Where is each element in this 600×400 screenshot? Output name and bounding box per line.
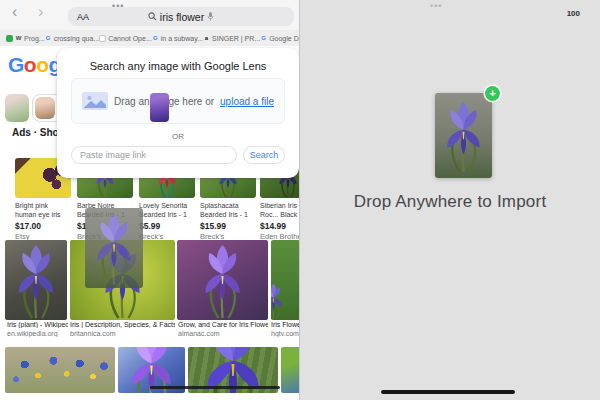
bookmark-favicon: W	[15, 35, 22, 42]
bookmark-item[interactable]: GGoogle Docs...	[260, 35, 300, 42]
home-indicator[interactable]	[150, 386, 280, 389]
product-price: $17.00	[15, 221, 71, 231]
result-image[interactable]	[271, 240, 300, 320]
product-price: $15.99	[200, 221, 256, 231]
bookmark-item[interactable]: aSINGER | PR...	[203, 35, 260, 42]
result-caption[interactable]: Iris Flowe... hgtv.com	[271, 321, 300, 337]
bookmark-favicon	[99, 35, 106, 42]
bookmark-favicon: G	[45, 35, 52, 42]
paste-link-row: Search	[71, 146, 285, 164]
home-indicator[interactable]	[381, 390, 515, 394]
bookmark-item[interactable]: Cannot Ope...	[99, 35, 152, 42]
result-caption[interactable]: Iris (plant) - Wikipedia en.wikipedia.or…	[7, 321, 68, 337]
result-image[interactable]	[281, 347, 300, 393]
result-domain: en.wikipedia.org	[7, 330, 68, 337]
result-title[interactable]: Iris (plant) - Wikipedia	[7, 321, 68, 328]
product-seller: Eden Brothers	[260, 232, 300, 241]
result-domain: britannica.com	[70, 330, 175, 337]
image-placeholder-icon	[82, 92, 108, 110]
bookmark-favicon: a	[203, 35, 210, 42]
chip-thumbnail	[35, 97, 55, 119]
dragged-iris-photo[interactable]	[435, 93, 492, 178]
result-title[interactable]: Iris Flowe...	[271, 321, 300, 328]
ipad-split-screen: ••• ‹ › AA iris flower WProg... Gcrossin…	[0, 0, 600, 400]
result-caption[interactable]: Grow, and Care for Iris Flowers ... alma…	[178, 321, 268, 337]
bookmark-favicon: G	[152, 35, 159, 42]
related-search-thumbnail[interactable]	[150, 93, 169, 122]
product-seller: Breck's	[139, 232, 195, 241]
drop-anywhere-message: Drop Anywhere to Import	[300, 192, 600, 212]
drag-ghost-image[interactable]	[85, 208, 143, 288]
back-icon[interactable]: ‹	[12, 4, 17, 20]
address-bar-center[interactable]: iris flower	[68, 7, 294, 26]
product-seller: Etsy	[15, 232, 71, 241]
paste-image-link-input[interactable]	[71, 146, 237, 164]
safari-chrome: ••• ‹ › AA iris flower WProg... Gcrossin…	[0, 0, 299, 46]
image-drop-zone[interactable]: Drag an image here or upload a file	[71, 78, 285, 124]
product-price: $14.99	[260, 221, 300, 231]
or-divider: OR	[57, 132, 299, 141]
forward-icon[interactable]: ›	[38, 4, 43, 20]
result-image[interactable]	[177, 240, 268, 320]
product-seller: Breck's	[200, 232, 256, 241]
favorites-bar: WProg... Gcrossing qua... Cannot Ope... …	[0, 30, 299, 46]
bookmark-favicon	[6, 35, 13, 42]
bookmark-item[interactable]: WProg...	[15, 35, 45, 42]
bookmark-item[interactable]: Gcrossing qua...	[45, 35, 100, 42]
copy-plus-badge-icon: +	[485, 86, 500, 101]
result-domain: hgtv.com	[271, 330, 300, 337]
result-image[interactable]	[5, 347, 115, 393]
lens-panel-title: Search any image with Google Lens	[57, 60, 299, 72]
product-title: Splashacata Bearded Iris - 1 Pe...	[200, 202, 256, 219]
bookmark-favicon: G	[260, 35, 267, 42]
result-title[interactable]: Iris | Description, Species, & Facts ...	[70, 321, 175, 328]
upload-file-link[interactable]: upload a file	[220, 96, 274, 107]
google-lens-panel: Search any image with Google Lens Drag a…	[57, 48, 299, 178]
search-icon	[148, 12, 157, 21]
safari-window: ••• ‹ › AA iris flower WProg... Gcrossin…	[0, 0, 300, 400]
split-view-handle-icon[interactable]: •••	[430, 1, 442, 11]
bookmark-item[interactable]: Gin a subway...	[152, 35, 203, 42]
result-title[interactable]: Grow, and Care for Iris Flowers ...	[178, 321, 268, 328]
related-search-thumbnail[interactable]	[5, 94, 29, 122]
result-domain: almanac.com	[178, 330, 268, 337]
import-app-window: ••• 100 + Drop Anywhere to Import	[300, 0, 600, 400]
mic-icon[interactable]	[207, 11, 214, 22]
product-title: Bright pink human eye iris image ear...	[15, 202, 71, 219]
product-price: $5.99	[139, 221, 195, 231]
url-search-text: iris flower	[160, 11, 204, 23]
result-caption[interactable]: Iris | Description, Species, & Facts ...…	[70, 321, 175, 337]
result-image[interactable]	[5, 240, 67, 320]
address-bar[interactable]: AA iris flower	[68, 7, 294, 26]
bookmark-item[interactable]	[6, 35, 15, 42]
product-title: Lovely Senorita Bearded Iris - 1 Pe...	[139, 202, 195, 219]
battery-percentage: 100	[567, 9, 580, 18]
product-title: Siberian Iris Roc... Black Flowered	[260, 202, 300, 219]
lens-search-button[interactable]: Search	[243, 146, 285, 164]
